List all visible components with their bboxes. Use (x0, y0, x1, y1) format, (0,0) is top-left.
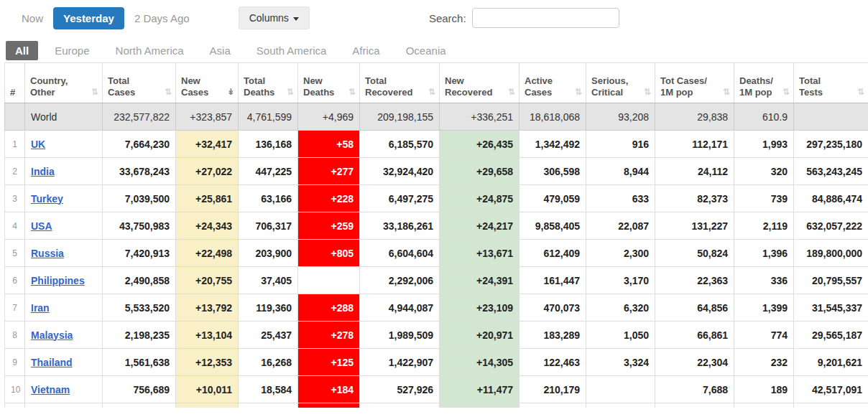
cell-rank: 6 (5, 267, 25, 294)
country-link[interactable]: Philippines (31, 275, 85, 286)
cell-active_cases: 479,059 (520, 185, 586, 212)
cell-total_recovered: 1,422,907 (360, 349, 440, 376)
search-input[interactable] (472, 8, 619, 28)
column-header-cases_per_1m[interactable]: Tot Cases/1M pop⇅ (655, 63, 734, 103)
cell-rank: 3 (5, 185, 25, 212)
cell-serious_critical: 916 (586, 131, 655, 158)
tab-europe[interactable]: Europe (45, 41, 98, 60)
country-link[interactable]: USA (31, 220, 52, 232)
cell-rank: 9 (5, 349, 25, 376)
cell-cases_per_1m: 131,227 (655, 212, 734, 240)
cell-new_recovered: +20,971 (440, 322, 520, 349)
column-header-country[interactable]: Country,Other⇅ (25, 63, 103, 103)
time-button-2-days-ago[interactable]: 2 Days Ago (124, 7, 200, 29)
cell-deaths_per_1m: 610.9 (734, 103, 794, 131)
cell-new_cases: +12,353 (176, 349, 239, 376)
country-link[interactable]: Vietnam (31, 384, 70, 395)
column-header-total_deaths[interactable]: TotalDeaths⇅ (239, 63, 298, 103)
columns-dropdown-label: Columns (249, 12, 289, 24)
cell-country: Vietnam (25, 376, 103, 403)
table-row: 6Philippines2,490,858+20,75537,4052,292,… (5, 267, 868, 294)
cell-country: Thailand (25, 349, 103, 376)
cell-serious_critical: 633 (586, 185, 655, 212)
cell-serious_critical: 22,087 (586, 212, 655, 240)
partial-next-row (5, 403, 868, 408)
cell-country: Turkey (25, 185, 103, 212)
country-link[interactable]: UK (31, 139, 45, 150)
cell-total_deaths: 203,900 (239, 240, 298, 267)
cell-new_recovered: +14,305 (440, 349, 520, 376)
world-row: World232,577,822+323,8574,761,599+4,9692… (5, 103, 868, 131)
cell-new_deaths: +58 (298, 131, 360, 158)
country-link[interactable]: Russia (31, 248, 64, 259)
table-row: 10Vietnam756,689+10,01118,584+184527,926… (5, 376, 868, 403)
country-link[interactable]: Iran (31, 302, 50, 314)
sort-both-icon: ⇅ (91, 87, 98, 97)
cell-serious_critical: 1,050 (586, 322, 655, 349)
cell-cases_per_1m: 64,856 (655, 294, 734, 322)
tab-africa[interactable]: Africa (343, 41, 389, 60)
cell-deaths_per_1m: 1,399 (734, 294, 794, 322)
cell-cases_per_1m: 7,688 (655, 376, 734, 403)
cell-total_recovered: 33,186,261 (360, 212, 440, 240)
cell-new_recovered: +13,671 (440, 240, 520, 267)
cell-new_deaths: +4,969 (298, 103, 360, 131)
cell-new_recovered: +11,477 (440, 376, 520, 403)
cell-total_recovered: 527,926 (360, 376, 440, 403)
cell-rank: 1 (5, 131, 25, 158)
column-header-total_tests[interactable]: TotalTests⇅ (794, 63, 868, 103)
tab-oceania[interactable]: Oceania (397, 41, 456, 60)
tab-south-america[interactable]: South America (247, 41, 336, 60)
tab-all[interactable]: All (6, 41, 38, 60)
cell-new_recovered: +24,875 (440, 185, 520, 212)
column-header-rank: # (5, 63, 25, 103)
cell-new_deaths: +278 (298, 322, 360, 349)
column-header-new_cases[interactable]: NewCases↡ (176, 63, 239, 103)
cell-active_cases: 122,463 (520, 349, 586, 376)
cell-active_cases (520, 403, 586, 408)
cell-country: Philippines (25, 267, 103, 294)
column-header-new_recovered[interactable]: NewRecovered⇅ (440, 63, 520, 103)
cell-total_cases: 33,678,243 (103, 158, 176, 185)
cell-active_cases: 18,618,068 (520, 103, 586, 131)
column-header-total_recovered[interactable]: TotalRecovered⇅ (360, 63, 440, 103)
cell-total_cases (103, 403, 176, 408)
cell-country: Russia (25, 240, 103, 267)
time-button-now[interactable]: Now (11, 7, 53, 29)
cell-new_recovered: +24,217 (440, 212, 520, 240)
country-link[interactable]: India (31, 166, 55, 177)
cell-serious_critical (586, 403, 655, 408)
sort-both-icon: ⇅ (508, 87, 515, 97)
tab-asia[interactable]: Asia (200, 41, 240, 60)
cell-new_recovered (440, 403, 520, 408)
column-header-serious_critical[interactable]: Serious,Critical⇅ (586, 63, 655, 103)
cell-total_tests: 563,243,245 (794, 158, 868, 185)
cell-deaths_per_1m: 320 (734, 158, 794, 185)
country-link[interactable]: Malaysia (31, 329, 73, 341)
country-link[interactable]: Turkey (31, 193, 63, 205)
cell-new_deaths: +228 (298, 185, 360, 212)
cell-country: India (25, 158, 103, 185)
tab-north-america[interactable]: North America (106, 41, 193, 60)
cell-cases_per_1m: 66,861 (655, 322, 734, 349)
cell-total_recovered: 6,604,604 (360, 240, 440, 267)
table-header-row: #Country,Other⇅TotalCases⇅NewCases↡Total… (5, 63, 868, 103)
column-header-total_cases[interactable]: TotalCases⇅ (103, 63, 176, 103)
cell-total_recovered: 2,292,006 (360, 267, 440, 294)
sort-both-icon: ⇅ (723, 87, 730, 97)
cell-deaths_per_1m: 1,396 (734, 240, 794, 267)
country-link[interactable]: Thailand (31, 357, 73, 368)
column-header-deaths_per_1m[interactable]: Deaths/1M pop⇅ (734, 63, 794, 103)
cell-new_recovered: +24,391 (440, 267, 520, 294)
cell-new_cases (176, 403, 239, 408)
cell-total_recovered: 32,924,420 (360, 158, 440, 185)
column-header-active_cases[interactable]: ActiveCases⇅ (520, 63, 586, 103)
time-button-yesterday[interactable]: Yesterday (53, 7, 124, 29)
column-header-new_deaths[interactable]: NewDeaths⇅ (298, 63, 360, 103)
cell-deaths_per_1m: 2,119 (734, 212, 794, 240)
cell-total_cases: 1,561,638 (103, 349, 176, 376)
table-row: 7Iran5,533,520+13,792119,360+2884,944,08… (5, 294, 868, 322)
cell-new_recovered: +23,109 (440, 294, 520, 322)
cell-total_recovered: 1,989,509 (360, 322, 440, 349)
columns-dropdown-button[interactable]: Columns (239, 6, 310, 29)
